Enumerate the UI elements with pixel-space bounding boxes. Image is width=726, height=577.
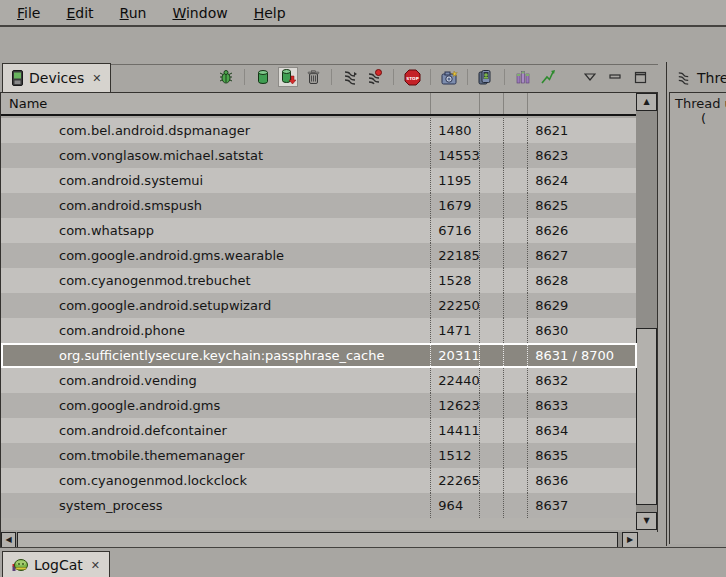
table-row[interactable]: com.whatsapp 6716 8626 bbox=[1, 218, 637, 243]
process-port: 8626 bbox=[527, 218, 637, 243]
table-row[interactable]: com.android.defcontainer 14411 8634 bbox=[1, 418, 637, 443]
table-row[interactable]: com.android.vending 22440 8632 bbox=[1, 368, 637, 393]
process-port: 8637 bbox=[527, 493, 637, 518]
ddms-window: File Edit Run Window Help Devices ✕ bbox=[0, 0, 726, 577]
process-col4 bbox=[503, 243, 527, 268]
systrace-icon[interactable] bbox=[538, 67, 558, 87]
vertical-scroll-thumb[interactable] bbox=[636, 328, 657, 505]
process-col4 bbox=[503, 218, 527, 243]
horizontal-scrollbar[interactable]: ◀ ▶ bbox=[1, 532, 638, 548]
dump-hprof-icon[interactable] bbox=[278, 67, 298, 87]
tab-logcat[interactable]: LogCat ✕ bbox=[2, 551, 110, 577]
column-header-name[interactable]: Name bbox=[1, 93, 431, 114]
start-method-profiling-icon[interactable] bbox=[365, 67, 385, 87]
threads-message-line2: ( bbox=[670, 111, 726, 126]
process-pid: 20311 bbox=[430, 343, 479, 368]
view-menu-icon[interactable] bbox=[580, 67, 600, 87]
process-col4 bbox=[503, 443, 527, 468]
toolbar-separator bbox=[244, 69, 245, 85]
column-header-port[interactable] bbox=[528, 93, 636, 114]
vertical-scrollbar[interactable]: ▲ ▼ bbox=[636, 93, 657, 530]
table-body: com.bel.android.dspmanager 1480 8621 com… bbox=[1, 118, 637, 530]
stop-sign-label: STOP bbox=[406, 75, 419, 80]
update-heap-icon[interactable] bbox=[253, 67, 273, 87]
devices-view: Devices ✕ bbox=[0, 62, 658, 547]
process-col4 bbox=[503, 318, 527, 343]
menu-run[interactable]: Run bbox=[107, 1, 160, 25]
process-name: com.google.android.setupwizard bbox=[1, 293, 430, 318]
table-row[interactable]: org.sufficientlysecure.keychain:passphra… bbox=[1, 343, 637, 368]
process-col4 bbox=[503, 468, 527, 493]
process-name: com.android.systemui bbox=[1, 168, 430, 193]
tab-devices[interactable]: Devices ✕ bbox=[2, 63, 111, 92]
table-row[interactable]: com.vonglasow.michael.satstat 14553 8623 bbox=[1, 143, 637, 168]
process-col3 bbox=[479, 268, 503, 293]
dump-view-hierarchy-icon[interactable] bbox=[476, 67, 496, 87]
menu-file[interactable]: File bbox=[4, 1, 53, 25]
tab-devices-label: Devices bbox=[29, 70, 84, 86]
close-icon[interactable]: ✕ bbox=[92, 72, 101, 85]
table-row[interactable]: com.cyanogenmod.lockclock 22265 8636 bbox=[1, 468, 637, 493]
process-col3 bbox=[479, 493, 503, 518]
maximize-icon[interactable] bbox=[630, 67, 650, 87]
process-pid: 1471 bbox=[430, 318, 479, 343]
process-port: 8636 bbox=[527, 468, 637, 493]
tab-threads[interactable]: Threads bbox=[670, 63, 726, 92]
table-row[interactable]: com.cyanogenmod.trebuchet 1528 8628 bbox=[1, 268, 637, 293]
process-pid: 1512 bbox=[430, 443, 479, 468]
table-row[interactable]: com.google.android.gms.wearable 22185 86… bbox=[1, 243, 637, 268]
table-row[interactable]: system_process 964 8637 bbox=[1, 493, 637, 518]
scroll-down-icon[interactable]: ▼ bbox=[636, 512, 657, 530]
table-row[interactable]: com.tmobile.thememanager 1512 8635 bbox=[1, 443, 637, 468]
process-col3 bbox=[479, 393, 503, 418]
minimize-icon[interactable] bbox=[605, 67, 625, 87]
tab-logcat-label: LogCat bbox=[34, 557, 83, 573]
process-col4 bbox=[503, 268, 527, 293]
process-col4 bbox=[503, 143, 527, 168]
process-pid: 14411 bbox=[430, 418, 479, 443]
menu-window[interactable]: Window bbox=[159, 1, 240, 25]
process-col4 bbox=[503, 293, 527, 318]
devices-table: Name com.bel.android.dspmanager 1480 862… bbox=[0, 92, 658, 547]
debug-process-icon[interactable] bbox=[216, 67, 236, 87]
cause-gc-icon[interactable] bbox=[303, 67, 323, 87]
stop-process-icon[interactable]: STOP bbox=[402, 67, 422, 87]
process-col3 bbox=[479, 118, 503, 143]
close-icon[interactable]: ✕ bbox=[91, 559, 100, 572]
table-row[interactable]: com.bel.android.dspmanager 1480 8621 bbox=[1, 118, 637, 143]
scroll-left-icon[interactable]: ◀ bbox=[1, 532, 16, 548]
tab-threads-label: Threads bbox=[697, 70, 726, 86]
column-header-3[interactable] bbox=[504, 93, 528, 114]
update-threads-icon[interactable] bbox=[340, 67, 360, 87]
table-row[interactable]: com.android.phone 1471 8630 bbox=[1, 318, 637, 343]
menu-bar: File Edit Run Window Help bbox=[0, 0, 726, 27]
menu-edit[interactable]: Edit bbox=[53, 1, 106, 25]
process-pid: 22250 bbox=[430, 293, 479, 318]
process-col3 bbox=[479, 468, 503, 493]
table-row[interactable]: com.google.android.setupwizard 22250 862… bbox=[1, 293, 637, 318]
process-port: 8625 bbox=[527, 193, 637, 218]
table-row[interactable]: com.android.smspush 1679 8625 bbox=[1, 193, 637, 218]
column-header-2[interactable] bbox=[480, 93, 504, 114]
start-opengl-trace-icon[interactable] bbox=[513, 67, 533, 87]
horizontal-scroll-thumb[interactable] bbox=[17, 532, 618, 548]
table-row[interactable]: com.google.android.gms 12623 8633 bbox=[1, 393, 637, 418]
process-pid: 22265 bbox=[430, 468, 479, 493]
process-col3 bbox=[479, 443, 503, 468]
process-port: 8633 bbox=[527, 393, 637, 418]
process-port: 8635 bbox=[527, 443, 637, 468]
screen-capture-icon[interactable] bbox=[439, 67, 459, 87]
menu-help[interactable]: Help bbox=[241, 1, 299, 25]
process-port: 8632 bbox=[527, 368, 637, 393]
process-name: org.sufficientlysecure.keychain:passphra… bbox=[1, 343, 430, 368]
process-pid: 1195 bbox=[430, 168, 479, 193]
process-name: com.android.smspush bbox=[1, 193, 430, 218]
process-col4 bbox=[503, 418, 527, 443]
scroll-up-icon[interactable]: ▲ bbox=[636, 93, 657, 111]
column-header-pid[interactable] bbox=[431, 93, 480, 114]
process-port: 8621 bbox=[527, 118, 637, 143]
table-row[interactable]: com.android.systemui 1195 8624 bbox=[1, 168, 637, 193]
scroll-right-icon[interactable]: ▶ bbox=[622, 532, 638, 548]
process-col3 bbox=[479, 168, 503, 193]
process-col4 bbox=[503, 118, 527, 143]
